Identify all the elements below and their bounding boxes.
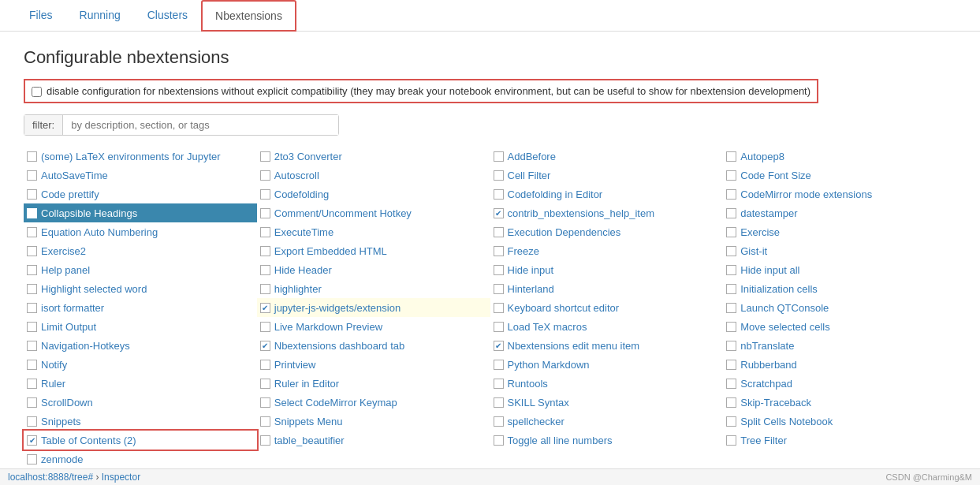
list-item[interactable]: Hide input all <box>723 260 956 279</box>
ext-name[interactable]: Snippets Menu <box>274 416 343 427</box>
ext-checkbox[interactable] <box>260 397 270 408</box>
list-item[interactable]: AutoSaveTime <box>24 166 257 185</box>
ext-checkbox[interactable] <box>260 246 270 256</box>
list-item[interactable]: Keyboard shortcut editor <box>490 298 724 317</box>
disable-config-checkbox[interactable] <box>32 87 42 97</box>
list-item[interactable]: Autoscroll <box>257 166 490 185</box>
list-item[interactable]: Nbextensions edit menu item <box>490 336 724 355</box>
list-item[interactable]: Scratchpad <box>723 374 956 393</box>
list-item[interactable]: Cell Filter <box>490 166 724 185</box>
ext-name[interactable]: CodeMirror mode extensions <box>740 188 872 200</box>
ext-name[interactable]: Split Cells Notebook <box>740 416 833 427</box>
ext-checkbox[interactable] <box>260 265 270 275</box>
ext-name[interactable]: Table of Contents (2) <box>41 435 136 446</box>
ext-checkbox[interactable] <box>27 435 37 446</box>
ext-checkbox[interactable] <box>260 227 270 237</box>
ext-checkbox[interactable] <box>726 227 736 237</box>
list-item[interactable]: Codefolding in Editor <box>490 185 724 203</box>
ext-checkbox[interactable] <box>494 416 504 427</box>
ext-checkbox[interactable] <box>27 227 37 237</box>
list-item[interactable]: nbTranslate <box>723 336 956 355</box>
ext-name[interactable]: Snippets <box>41 416 81 427</box>
list-item[interactable]: Help panel <box>24 260 257 279</box>
ext-name[interactable]: Python Markdown <box>508 359 590 371</box>
nav-tab-clusters[interactable]: Clusters <box>134 0 201 32</box>
ext-checkbox[interactable] <box>27 397 37 408</box>
ext-name[interactable]: Exercise2 <box>41 245 86 257</box>
list-item[interactable]: contrib_nbextensions_help_item <box>490 203 724 222</box>
ext-checkbox[interactable] <box>260 284 270 294</box>
list-item[interactable]: Hide input <box>490 260 724 279</box>
list-item[interactable]: Select CodeMirror Keymap <box>257 393 490 412</box>
list-item[interactable]: Table of Contents (2) <box>24 431 257 450</box>
ext-name[interactable]: contrib_nbextensions_help_item <box>508 207 654 219</box>
nav-tab-nbextensions[interactable]: Nbextensions <box>201 0 296 32</box>
ext-checkbox[interactable] <box>494 322 504 332</box>
list-item[interactable]: (some) LaTeX environments for Jupyter <box>24 147 257 166</box>
list-item[interactable]: Code prettify <box>24 185 257 203</box>
ext-checkbox[interactable] <box>726 341 736 351</box>
list-item[interactable]: ScrollDown <box>24 393 257 412</box>
ext-name[interactable]: Codefolding <box>274 188 329 200</box>
ext-name[interactable]: Move selected cells <box>740 321 829 333</box>
ext-checkbox[interactable] <box>726 284 736 294</box>
ext-checkbox[interactable] <box>494 189 504 200</box>
ext-name[interactable]: Runtools <box>508 378 548 390</box>
ext-name[interactable]: Codefolding in Editor <box>508 188 603 200</box>
ext-checkbox[interactable] <box>260 435 270 446</box>
ext-checkbox[interactable] <box>260 379 270 389</box>
ext-name[interactable]: Select CodeMirror Keymap <box>274 397 397 409</box>
ext-name[interactable]: Gist-it <box>740 245 767 257</box>
list-item[interactable]: Move selected cells <box>723 317 956 336</box>
list-item[interactable]: Nbextensions dashboard tab <box>257 336 490 355</box>
ext-checkbox[interactable] <box>726 416 736 427</box>
ext-checkbox[interactable] <box>726 379 736 389</box>
ext-name[interactable]: nbTranslate <box>740 340 794 352</box>
ext-name[interactable]: Navigation-Hotkeys <box>41 340 130 352</box>
list-item[interactable]: highlighter <box>257 279 490 298</box>
list-item[interactable]: 2to3 Converter <box>257 147 490 166</box>
list-item[interactable]: Initialization cells <box>723 279 956 298</box>
ext-name[interactable]: Code prettify <box>41 188 99 200</box>
list-item[interactable]: Export Embedded HTML <box>257 241 490 260</box>
ext-name[interactable]: ScrollDown <box>41 397 93 409</box>
ext-checkbox[interactable] <box>726 151 736 162</box>
ext-checkbox[interactable] <box>726 265 736 275</box>
ext-name[interactable]: Equation Auto Numbering <box>41 226 158 238</box>
ext-checkbox[interactable] <box>726 322 736 332</box>
ext-checkbox[interactable] <box>27 284 37 294</box>
list-item[interactable]: Execution Dependencies <box>490 222 724 241</box>
list-item[interactable]: Code Font Size <box>723 166 956 185</box>
ext-name[interactable]: Tree Filter <box>740 435 787 446</box>
list-item[interactable]: Snippets Menu <box>257 412 490 431</box>
ext-name[interactable]: Initialization cells <box>740 283 818 295</box>
ext-name[interactable]: Freeze <box>508 245 539 257</box>
ext-checkbox[interactable] <box>726 208 736 218</box>
ext-checkbox[interactable] <box>260 341 270 351</box>
list-item[interactable]: Launch QTConsole <box>723 298 956 317</box>
ext-checkbox[interactable] <box>494 208 504 218</box>
ext-checkbox[interactable] <box>494 284 504 294</box>
ext-name[interactable]: Execution Dependencies <box>508 226 621 238</box>
ext-name[interactable]: Autoscroll <box>274 170 319 181</box>
ext-name[interactable]: Hide Header <box>274 264 332 276</box>
list-item[interactable]: table_beautifier <box>257 431 490 450</box>
list-item[interactable]: Equation Auto Numbering <box>24 222 257 241</box>
ext-name[interactable]: Nbextensions dashboard tab <box>274 340 405 352</box>
list-item[interactable]: Split Cells Notebook <box>723 412 956 431</box>
ext-checkbox[interactable] <box>494 246 504 256</box>
status-url[interactable]: localhost:8888/tree# <box>8 472 93 483</box>
ext-checkbox[interactable] <box>726 189 736 200</box>
list-item[interactable]: ExecuteTime <box>257 222 490 241</box>
ext-name[interactable]: Help panel <box>41 264 90 276</box>
list-item[interactable]: Python Markdown <box>490 355 724 374</box>
ext-checkbox[interactable] <box>260 360 270 370</box>
ext-name[interactable]: Printview <box>274 359 316 371</box>
ext-name[interactable]: Notify <box>41 359 67 371</box>
list-item[interactable]: Navigation-Hotkeys <box>24 336 257 355</box>
ext-name[interactable]: Highlight selected word <box>41 283 147 295</box>
list-item[interactable]: zenmode <box>24 450 257 468</box>
list-item[interactable]: Printview <box>257 355 490 374</box>
ext-checkbox[interactable] <box>726 360 736 370</box>
list-item[interactable]: Comment/Uncomment Hotkey <box>257 203 490 222</box>
